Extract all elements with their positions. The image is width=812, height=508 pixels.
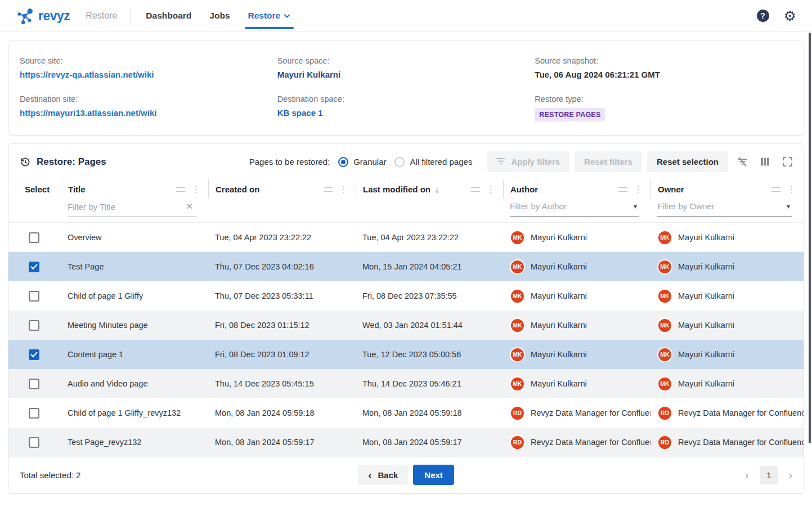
caret-down-icon: ▾ — [787, 203, 790, 210]
column-header-last-modified-on: Last modified on ↓ ⋮ — [356, 179, 503, 198]
kebab-menu-icon[interactable]: ⋮ — [634, 185, 643, 194]
column-menu-icon[interactable] — [471, 187, 480, 192]
row-checkbox[interactable] — [29, 291, 39, 302]
last-modified-on-cell: Fri, 08 Dec 2023 07:35:55 — [356, 291, 503, 300]
kebab-menu-icon[interactable]: ⋮ — [487, 185, 495, 194]
kebab-menu-icon[interactable]: ⋮ — [192, 185, 200, 194]
column-menu-icon[interactable] — [324, 187, 333, 192]
table-row[interactable]: Child of page 1 Gliffy_revyz132 Mon, 08 … — [8, 398, 804, 428]
author-avatar: MK — [510, 230, 525, 245]
author-name: Mayuri Kulkarni — [531, 233, 587, 242]
table-row[interactable]: Meeting Minutes page Fri, 08 Dec 2023 01… — [8, 311, 804, 340]
restore-type-badge: RESTORE PAGES — [535, 108, 605, 122]
next-button[interactable]: Next — [413, 465, 454, 485]
clear-filter-icon[interactable]: ✕ — [184, 201, 195, 212]
source-space-value: Mayuri Kulkarni — [277, 70, 535, 79]
sort-desc-icon[interactable]: ↓ — [435, 185, 439, 194]
page-previous-icon[interactable]: ‹ — [745, 470, 748, 480]
table-row[interactable]: Test Page_revyz132 Mon, 08 Jan 2024 05:5… — [8, 428, 804, 457]
destination-space-label: Destination space: — [277, 95, 535, 104]
destination-site-link[interactable]: https://mayuri13.atlassian.net/wiki — [20, 108, 277, 118]
source-space-field: Source space: Mayuri Kulkarni — [277, 56, 535, 79]
table-body: Overview Tue, 04 Apr 2023 23:22:22 Tue, … — [8, 223, 804, 457]
author-avatar: MK — [510, 376, 525, 392]
source-site-label: Source site: — [20, 56, 277, 65]
fullscreen-icon[interactable] — [783, 157, 792, 167]
top-nav: revyz Restore Dashboard Jobs Restore ? ⚙ — [0, 0, 812, 32]
radio-option-all-filtered-pages[interactable]: All filtered pages — [394, 157, 472, 167]
table-row[interactable]: Test Page Thu, 07 Dec 2023 04:02:16 Mon,… — [8, 252, 804, 281]
author-filter-select[interactable]: Filter by Author ▾ — [510, 199, 639, 217]
reset-filters-button[interactable]: Reset filters — [575, 151, 642, 172]
owner-filter-select[interactable]: Filter by Owner ▾ — [657, 199, 792, 217]
source-site-link[interactable]: https://revyz-qa.atlassian.net/wiki — [20, 70, 277, 79]
author-name: Revyz Data Manager for Confluence — [531, 408, 651, 417]
restore-type-field: Restore type: RESTORE PAGES — [535, 95, 792, 122]
owner-name: Revyz Data Manager for Confluence — [678, 438, 804, 447]
column-menu-icon[interactable] — [771, 187, 780, 192]
table-row[interactable]: Child of page 1 Gliffy Thu, 07 Dec 2023 … — [8, 281, 804, 311]
owner-avatar: MK — [657, 259, 672, 275]
column-menu-icon[interactable] — [618, 187, 627, 192]
column-header-author: Author ⋮ — [503, 179, 651, 198]
owner-name: Mayuri Kulkarni — [678, 262, 734, 271]
radio-all-filtered-pages[interactable] — [394, 157, 405, 167]
help-icon[interactable]: ? — [757, 10, 769, 22]
created-on-cell: Thu, 07 Dec 2023 04:02:16 — [208, 262, 356, 271]
table-header: Select Title ⋮ Created on ⋮ Last modifie… — [8, 179, 804, 223]
nav-item-jobs[interactable]: Jobs — [209, 0, 230, 32]
last-modified-on-cell: Mon, 15 Jan 2024 04:05:21 — [356, 262, 503, 271]
nav-section-label[interactable]: Restore — [86, 11, 117, 21]
page-title-cell: Test Page_revyz132 — [61, 438, 208, 447]
table-row[interactable]: Overview Tue, 04 Apr 2023 23:22:22 Tue, … — [8, 223, 804, 252]
panel-title: Restore: Pages — [20, 156, 106, 168]
nav-item-restore[interactable]: Restore — [248, 0, 291, 32]
author-name: Mayuri Kulkarni — [531, 379, 587, 388]
vertical-scrollbar[interactable] — [809, 33, 811, 443]
title-filter-input[interactable] — [68, 202, 184, 212]
row-checkbox[interactable] — [29, 437, 39, 448]
row-checkbox[interactable] — [29, 262, 39, 272]
revyz-logo-icon[interactable] — [17, 7, 34, 25]
nav-item-dashboard[interactable]: Dashboard — [146, 0, 191, 32]
kebab-menu-icon[interactable]: ⋮ — [787, 185, 796, 194]
page-title-cell: Child of page 1 Gliffy_revyz132 — [61, 408, 208, 417]
page-title-cell: Audio and Video page — [61, 379, 208, 388]
row-checkbox[interactable] — [29, 408, 39, 419]
kebab-menu-icon[interactable]: ⋮ — [339, 185, 348, 194]
column-menu-icon[interactable] — [176, 187, 185, 192]
author-avatar: MK — [510, 318, 525, 333]
gear-icon[interactable]: ⚙ — [784, 9, 796, 23]
radio-granular[interactable] — [338, 157, 348, 167]
owner-avatar: RD — [657, 406, 672, 421]
row-checkbox[interactable] — [29, 320, 39, 331]
page-next-icon[interactable]: › — [789, 470, 792, 480]
columns-icon[interactable] — [760, 157, 770, 167]
created-on-cell: Mon, 08 Jan 2024 05:59:17 — [208, 438, 356, 447]
column-header-title: Title ⋮ — [61, 179, 208, 198]
brand-name[interactable]: revyz — [38, 8, 70, 24]
title-filter: ✕ — [68, 199, 197, 217]
chevron-down-icon — [284, 11, 290, 21]
created-on-cell: Thu, 14 Dec 2023 05:45:15 — [208, 379, 356, 388]
column-header-select: Select — [8, 179, 61, 198]
filter-off-icon[interactable] — [738, 157, 747, 167]
source-site-field: Source site: https://revyz-qa.atlassian.… — [20, 56, 277, 79]
table-row[interactable]: Audio and Video page Thu, 14 Dec 2023 05… — [8, 369, 804, 398]
table-row[interactable]: Content page 1 Fri, 08 Dec 2023 01:09:12… — [8, 340, 804, 369]
back-button[interactable]: ‹ Back — [358, 465, 408, 485]
radio-option-granular[interactable]: Granular — [338, 157, 386, 167]
row-checkbox[interactable] — [29, 232, 39, 243]
reset-selection-button[interactable]: Reset selection — [647, 151, 728, 172]
owner-avatar: MK — [657, 347, 672, 362]
owner-name: Mayuri Kulkarni — [678, 233, 734, 242]
row-checkbox[interactable] — [29, 349, 39, 360]
current-page-button[interactable]: 1 — [760, 466, 778, 484]
last-modified-on-cell: Wed, 03 Jan 2024 01:51:44 — [356, 321, 503, 330]
row-checkbox[interactable] — [29, 379, 39, 389]
last-modified-on-cell: Tue, 12 Dec 2023 05:00:56 — [356, 350, 503, 359]
owner-name: Mayuri Kulkarni — [678, 350, 734, 359]
restore-pages-card: Restore: Pages Pages to be restored: Gra… — [8, 143, 804, 494]
apply-filters-button[interactable]: Apply filters — [487, 151, 569, 172]
source-snapshot-value: Tue, 06 Aug 2024 06:21:21 GMT — [535, 70, 792, 79]
